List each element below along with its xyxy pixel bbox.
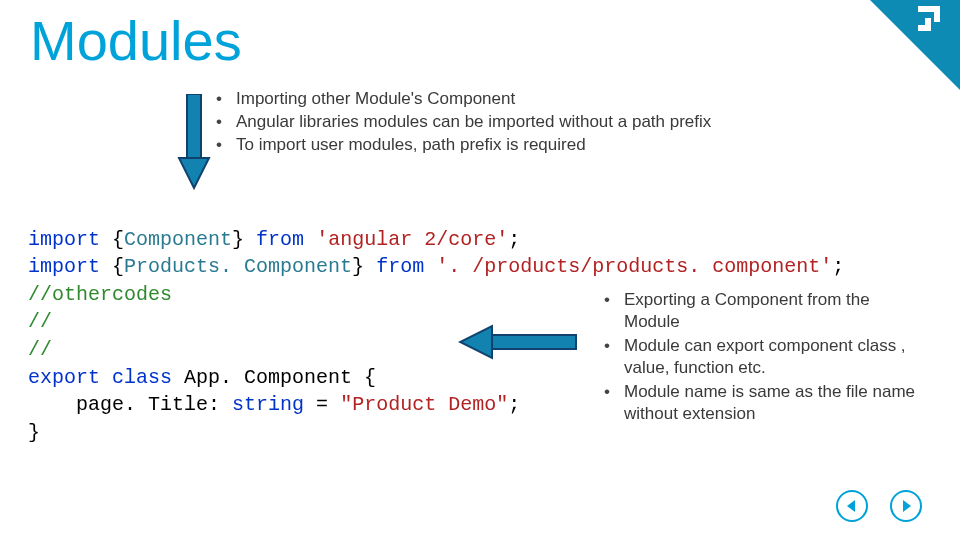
str-products-path: '. /products/products. component' [436, 255, 832, 278]
kw-from: from [256, 228, 304, 251]
svg-rect-4 [918, 25, 931, 31]
semi: ; [508, 228, 520, 251]
comment: // [28, 310, 52, 333]
kw-from: from [376, 255, 424, 278]
prev-button[interactable] [836, 490, 868, 522]
arrow-left-icon [458, 324, 578, 360]
page-title: Modules [30, 8, 242, 73]
svg-marker-10 [903, 500, 911, 512]
list-item: Module can export component class , valu… [598, 335, 928, 379]
brace: { [112, 255, 124, 278]
semi: ; [508, 393, 520, 416]
list-item: To import user modules, path prefix is r… [210, 134, 711, 157]
field-name: page. Title [76, 393, 208, 416]
list-item: Module name is same as the file name wit… [598, 381, 928, 425]
svg-marker-0 [870, 0, 960, 90]
kw-import: import [28, 228, 100, 251]
arrow-down-icon [177, 94, 211, 190]
kw-import: import [28, 255, 100, 278]
svg-marker-9 [847, 500, 855, 512]
top-bullet-list: Importing other Module's Component Angul… [210, 88, 711, 157]
semi: ; [832, 255, 844, 278]
next-button[interactable] [890, 490, 922, 522]
ident-products-component: Products. Component [124, 255, 352, 278]
svg-rect-2 [934, 6, 940, 22]
slide-nav [836, 490, 922, 522]
svg-rect-5 [187, 94, 201, 160]
svg-marker-6 [179, 158, 209, 188]
ident-app-component: App. Component [184, 366, 352, 389]
brace: { [112, 228, 124, 251]
comment: //othercodes [28, 283, 172, 306]
svg-marker-8 [460, 326, 492, 358]
list-item: Importing other Module's Component [210, 88, 711, 111]
kw-class: class [112, 366, 172, 389]
right-bullet-list: Exporting a Component from the Module Mo… [598, 289, 928, 428]
svg-rect-7 [490, 335, 576, 349]
ident-component: Component [124, 228, 232, 251]
str-angular-core: 'angular 2/core' [316, 228, 508, 251]
list-item: Angular libraries modules can be importe… [210, 111, 711, 134]
brace: } [352, 255, 364, 278]
str-product-demo: "Product Demo" [340, 393, 508, 416]
brace: } [232, 228, 244, 251]
list-item: Exporting a Component from the Module [598, 289, 928, 333]
type-string: string [232, 393, 304, 416]
colon: : [208, 393, 220, 416]
corner-logo-icon [870, 0, 960, 90]
brace: { [364, 366, 376, 389]
comment: // [28, 338, 52, 361]
kw-export: export [28, 366, 100, 389]
eq: = [316, 393, 328, 416]
brace: } [28, 421, 40, 444]
